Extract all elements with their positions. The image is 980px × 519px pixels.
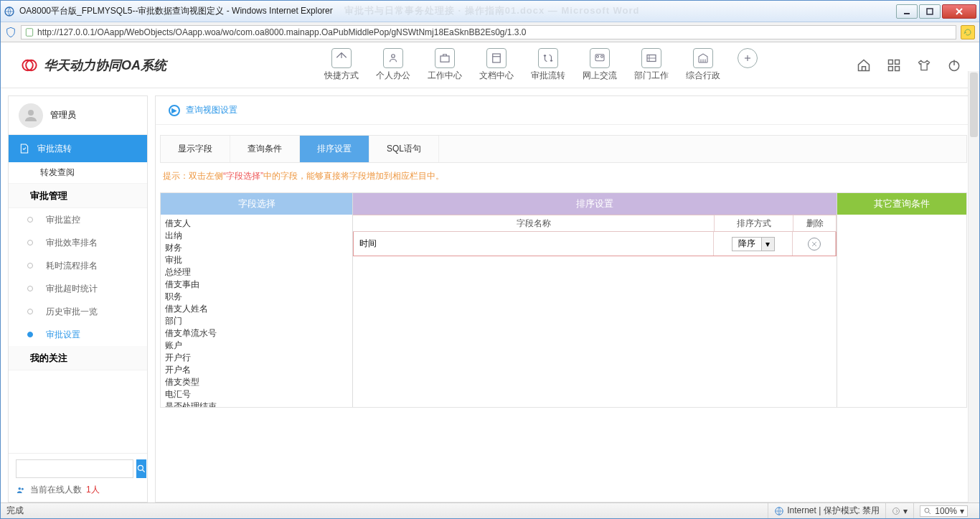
field-list-item[interactable]: 部门: [165, 315, 348, 327]
chevron-down-icon: ▾: [761, 238, 774, 251]
content-tab-2[interactable]: 排序设置: [300, 136, 369, 162]
sidebar-item-label: 耗时流程排名: [46, 260, 98, 272]
field-list-item[interactable]: 开户行: [165, 352, 348, 364]
apps-icon[interactable]: [886, 57, 902, 73]
avatar-icon: [19, 103, 43, 128]
topnav-icon: [331, 48, 352, 68]
home-icon[interactable]: [856, 57, 872, 73]
field-list-item[interactable]: 开户名: [165, 364, 348, 376]
field-list-item[interactable]: 借支类型: [165, 376, 348, 388]
sidebar-item-4[interactable]: 历史审批一览: [9, 300, 147, 323]
svg-line-23: [143, 470, 145, 472]
field-list[interactable]: 借支人出纳财务审批总经理借支事由职务借支人姓名部门借支单流水号账户开户行开户名借…: [161, 215, 352, 407]
power-icon[interactable]: [946, 57, 962, 73]
sidebar-item-5[interactable]: 审批设置: [9, 323, 147, 346]
field-list-item[interactable]: 借支事由: [165, 279, 348, 291]
field-list-item[interactable]: 总经理: [165, 266, 348, 279]
field-list-item[interactable]: 财务: [165, 242, 348, 254]
svg-rect-5: [26, 28, 32, 36]
col-header-sort: 排序设置: [353, 193, 837, 215]
field-list-item[interactable]: 账户: [165, 340, 348, 352]
sort-row: 时间降序▾: [353, 232, 837, 256]
field-list-item[interactable]: 借支单流水号: [165, 327, 348, 340]
topnav-item-7[interactable]: 综合行政: [686, 48, 720, 82]
topnav-item-6[interactable]: 部门工作: [634, 48, 669, 82]
url-text: http://127.0.0.1/OAapp/WebObjects/OAapp.…: [37, 27, 527, 37]
arrow-right-icon: ▶: [169, 105, 180, 116]
field-list-item[interactable]: 审批: [165, 254, 348, 266]
online-count: 1人: [86, 484, 100, 496]
refresh-button[interactable]: [961, 25, 975, 39]
topnav-label: 个人办公: [376, 70, 410, 82]
dot-icon: [27, 286, 33, 291]
shirt-icon[interactable]: [916, 57, 932, 73]
zoom-value: 100%: [935, 506, 957, 516]
topnav-item-5[interactable]: 网上交流: [583, 48, 617, 82]
content-tab-1[interactable]: 查询条件: [230, 136, 300, 162]
status-bar: 完成 Internet | 保护模式: 禁用 ▾ 100% ▾: [1, 502, 979, 518]
topnav-item-0[interactable]: 快捷方式: [324, 48, 359, 82]
content-tab-0[interactable]: 显示字段: [161, 136, 230, 162]
sidebar-section-approval[interactable]: 审批流转: [9, 135, 147, 162]
topnav-icon: [641, 48, 661, 68]
other-conditions-column: 其它查询条件: [837, 193, 966, 407]
topnav-item-2[interactable]: 工作中心: [428, 48, 462, 82]
topnav-item-4[interactable]: 审批流转: [531, 48, 565, 82]
close-button[interactable]: [942, 4, 976, 19]
topnav-label: 网上交流: [583, 70, 617, 82]
svg-rect-2: [927, 9, 933, 14]
sidebar-group-manage[interactable]: 审批管理: [9, 184, 147, 208]
sidebar-item-3[interactable]: 审批超时统计: [9, 277, 147, 300]
window-titlebar: OA8000平台版_FPLMYSQL5--审批数据查询视图定义 - Window…: [1, 1, 979, 22]
field-list-item[interactable]: 是否处理结束: [165, 401, 348, 407]
field-list-item[interactable]: 职务: [165, 291, 348, 303]
delete-row-button[interactable]: [808, 238, 821, 251]
sort-order-select[interactable]: 降序▾: [732, 237, 775, 251]
topnav-icon: [435, 48, 455, 68]
minimize-button[interactable]: [896, 4, 918, 19]
svg-point-30: [925, 508, 929, 513]
topnav-icon: [590, 48, 610, 68]
globe-icon: [774, 506, 784, 516]
topnav-item-3[interactable]: 文档中心: [479, 48, 514, 82]
sort-field-name: 时间: [354, 232, 714, 256]
maximize-button[interactable]: [919, 4, 941, 19]
zoom-dropdown[interactable]: 100% ▾: [920, 505, 968, 517]
svg-rect-17: [889, 66, 893, 70]
svg-point-24: [19, 487, 22, 490]
shield-icon[interactable]: [5, 27, 17, 38]
field-list-item[interactable]: 出纳: [165, 230, 348, 242]
content-tab-3[interactable]: SQL语句: [369, 136, 439, 162]
field-select-column: 字段选择 借支人出纳财务审批总经理借支事由职务借支人姓名部门借支单流水号账户开户…: [161, 193, 353, 407]
sidebar-item-2[interactable]: 耗时流程排名: [9, 254, 147, 277]
content-title: ▶ 查询视图设置: [156, 96, 971, 125]
dot-icon: [27, 217, 33, 223]
field-list-item[interactable]: 借支人姓名: [165, 303, 348, 315]
content-scrollbar[interactable]: [968, 71, 979, 502]
field-list-item[interactable]: 电汇号: [165, 388, 348, 401]
field-list-item[interactable]: 借支人: [165, 218, 348, 230]
topnav-label: 工作中心: [428, 70, 462, 82]
topnav-add-button[interactable]: [738, 48, 758, 82]
sidebar-link-forward[interactable]: 转发查阅: [9, 162, 147, 184]
content-panel: ▶ 查询视图设置 显示字段查询条件排序设置SQL语句 提示：双击左侧“字段选择”…: [155, 95, 972, 502]
sidebar-item-1[interactable]: 审批效率排名: [9, 231, 147, 254]
dot-icon: [27, 240, 33, 246]
sidebar-group-follow[interactable]: 我的关注: [9, 346, 147, 370]
status-zone-internet: Internet | 保护模式: 禁用: [768, 503, 885, 518]
svg-rect-16: [895, 60, 900, 64]
svg-point-6: [392, 55, 395, 58]
hint-text: 提示：双击左侧“字段选择”中的字段，能够直接将字段增加到相应栏目中。: [163, 170, 964, 182]
sidebar-search-button[interactable]: [136, 459, 146, 478]
sidebar-item-label: 审批超时统计: [46, 283, 98, 295]
content-tabs: 显示字段查询条件排序设置SQL语句: [160, 135, 967, 163]
background-window-title: 审批书与日常事务处理接 · 操作指南01.docx — Microsoft Wo…: [344, 4, 640, 17]
topnav-item-1[interactable]: 个人办公: [376, 48, 410, 82]
status-left: 完成: [6, 505, 24, 517]
sidebar-search-input[interactable]: [16, 459, 133, 478]
sidebar-item-0[interactable]: 审批监控: [9, 208, 147, 231]
topnav-icon: [383, 48, 403, 68]
svg-point-25: [22, 487, 24, 490]
url-input[interactable]: http://127.0.0.1/OAapp/WebObjects/OAapp.…: [21, 25, 956, 39]
status-tools[interactable]: ▾: [885, 503, 913, 518]
